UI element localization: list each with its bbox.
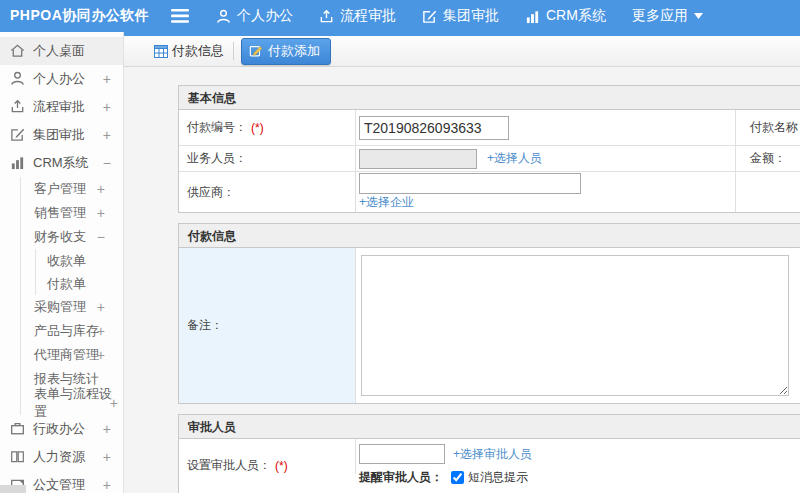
set-approver-label: 设置审批人员：(*)	[179, 439, 356, 474]
sidebar-item-customer-mgmt[interactable]: 客户管理 +	[21, 177, 123, 201]
sidebar-item-label: 销售管理	[34, 204, 86, 222]
sidebar-item-crm[interactable]: CRM系统 −	[0, 149, 123, 177]
nav-label: CRM系统	[546, 7, 606, 25]
amount-label: 金额：	[736, 146, 800, 171]
sidebar-item-receipt-order[interactable]: 收款单	[36, 249, 123, 272]
expand-icon[interactable]: +	[97, 299, 105, 315]
sidebar-item-label: 客户管理	[34, 180, 86, 198]
sidebar-item-workflow-approval[interactable]: 流程审批 +	[0, 93, 123, 121]
tab-payment-add[interactable]: 付款添加	[241, 38, 331, 65]
nav-personal-office[interactable]: 个人办公	[216, 7, 293, 25]
tab-payment-list[interactable]: 付款信息	[154, 39, 230, 63]
expand-icon[interactable]: +	[103, 477, 111, 493]
expand-icon[interactable]: +	[110, 395, 118, 411]
edit-add-icon	[249, 44, 268, 58]
nav-workflow-approval[interactable]: 流程审批	[319, 7, 396, 25]
nav-label: 更多应用	[632, 7, 688, 25]
sidebar-item-sales-mgmt[interactable]: 销售管理 +	[21, 201, 123, 225]
person-icon	[216, 9, 237, 24]
row-staff: 业务人员： +选择人员 金额：	[179, 146, 800, 172]
briefcase-icon	[10, 421, 26, 437]
select-approver-link[interactable]: +选择审批人员	[453, 446, 532, 463]
sidebar-item-label: CRM系统	[33, 154, 89, 172]
edit-square-icon	[10, 127, 26, 143]
tab-label: 付款添加	[268, 42, 320, 60]
sidebar-item-label: 行政办公	[33, 420, 85, 438]
caret-down-icon	[694, 13, 709, 19]
approver-input[interactable]	[359, 444, 445, 464]
expand-icon[interactable]: +	[97, 323, 105, 339]
sidebar-item-hr[interactable]: 人力资源 +	[0, 443, 123, 471]
sidebar-item-label: 产品与库存	[34, 322, 99, 340]
app-logo: PHPOA协同办公软件	[0, 7, 162, 25]
section-header-payment: 付款信息	[179, 224, 800, 248]
sidebar-item-label: 流程审批	[33, 98, 85, 116]
row-payment-no: 付款编号：(*) 付款名称：(*)	[179, 110, 800, 146]
sidebar-item-label: 个人桌面	[33, 42, 85, 60]
basic-info-table: 基本信息 付款编号：(*) 付款名称：(*) 业务人员： +选择人员	[178, 85, 800, 213]
sidebar-item-label: 收款单	[47, 252, 86, 270]
row-supplier: 供应商： +选择企业	[179, 172, 800, 212]
expand-icon[interactable]: +	[97, 181, 105, 197]
person-icon	[10, 71, 26, 87]
sidebar-item-product-inventory[interactable]: 产品与库存 +	[21, 319, 123, 343]
select-staff-link[interactable]: +选择人员	[487, 150, 542, 167]
collapse-icon[interactable]: −	[103, 155, 111, 171]
payment-name-label: 付款名称：(*)	[736, 110, 800, 145]
remark-textarea[interactable]	[361, 255, 789, 396]
expand-icon[interactable]: +	[103, 449, 111, 465]
sidebar-item-admin-office[interactable]: 行政办公 +	[0, 415, 123, 443]
sidebar-item-form-workflow-settings[interactable]: 表单与流程设置 +	[21, 391, 123, 415]
nav-crm[interactable]: CRM系统	[525, 7, 606, 25]
tab-separator	[233, 42, 234, 60]
sidebar-item-agent-mgmt[interactable]: 代理商管理 +	[21, 343, 123, 367]
expand-icon[interactable]: +	[103, 421, 111, 437]
sidebar: 个人桌面 个人办公 + 流程审批 + 集团审批 + CRM系统 − 客户管理 +…	[0, 32, 124, 493]
sidebar-item-group-approval[interactable]: 集团审批 +	[0, 121, 123, 149]
sms-remind-checkbox[interactable]	[451, 471, 464, 484]
required-mark: (*)	[251, 121, 264, 135]
book-icon	[10, 449, 26, 465]
required-mark: (*)	[275, 459, 288, 473]
sidebar-item-finance[interactable]: 财务收支 −	[21, 225, 123, 249]
section-header-approval: 审批人员	[179, 415, 800, 439]
select-company-link[interactable]: +选择企业	[359, 194, 414, 211]
expand-icon[interactable]: +	[103, 71, 111, 87]
sms-remind-label: 短消息提示	[468, 469, 528, 486]
sidebar-item-personal-office[interactable]: 个人办公 +	[0, 65, 123, 93]
expand-icon[interactable]: +	[97, 205, 105, 221]
topbar: PHPOA协同办公软件 个人办公 流程审批 集团审批 CRM系统 更多应用	[0, 0, 800, 32]
payment-no-label: 付款编号：(*)	[179, 110, 356, 145]
sidebar-item-label: 采购管理	[34, 298, 86, 316]
home-icon	[10, 43, 26, 59]
upload-icon	[319, 9, 340, 24]
top-nav: 个人办公 流程审批 集团审批 CRM系统 更多应用	[216, 7, 735, 25]
upload-icon	[10, 99, 26, 115]
payment-info-table: 付款信息 备注：	[178, 223, 800, 404]
crm-submenu: 客户管理 + 销售管理 + 财务收支 − 收款单 付款单 采购管理 + 产品与库…	[20, 177, 123, 415]
approval-table: 审批人员 设置审批人员：(*) +选择审批人员 提醒审批人员： 短消息提示 注：	[178, 414, 800, 493]
sidebar-item-label: 个人办公	[33, 70, 85, 88]
row-remark: 备注：	[179, 248, 800, 403]
sidebar-item-personal-desktop[interactable]: 个人桌面	[0, 37, 123, 65]
expand-icon[interactable]: +	[97, 347, 105, 363]
staff-input[interactable]	[359, 149, 477, 169]
expand-icon[interactable]: +	[103, 127, 111, 143]
payment-no-input[interactable]	[359, 116, 509, 140]
sidebar-item-label: 集团审批	[33, 126, 85, 144]
edit-square-icon	[422, 9, 443, 24]
nav-more-apps[interactable]: 更多应用	[632, 7, 709, 25]
nav-label: 集团审批	[443, 7, 499, 25]
row-approver: 设置审批人员：(*) +选择审批人员 提醒审批人员： 短消息提示 注：流程第一步…	[179, 439, 800, 493]
sidebar-item-purchase-mgmt[interactable]: 采购管理 +	[21, 295, 123, 319]
sidebar-item-payment-order[interactable]: 付款单	[36, 272, 123, 295]
collapse-icon[interactable]: −	[97, 229, 105, 245]
expand-icon[interactable]: +	[103, 99, 111, 115]
nav-group-approval[interactable]: 集团审批	[422, 7, 499, 25]
table-icon	[154, 45, 172, 58]
hamburger-menu-icon[interactable]	[162, 9, 198, 23]
supplier-input[interactable]	[359, 173, 581, 194]
remark-label: 备注：	[179, 248, 356, 403]
sidebar-scroll-corner	[0, 485, 26, 493]
main-content: 付款信息 付款添加 基本信息 付款编号：(*) 付款名称：(*)	[124, 32, 800, 493]
